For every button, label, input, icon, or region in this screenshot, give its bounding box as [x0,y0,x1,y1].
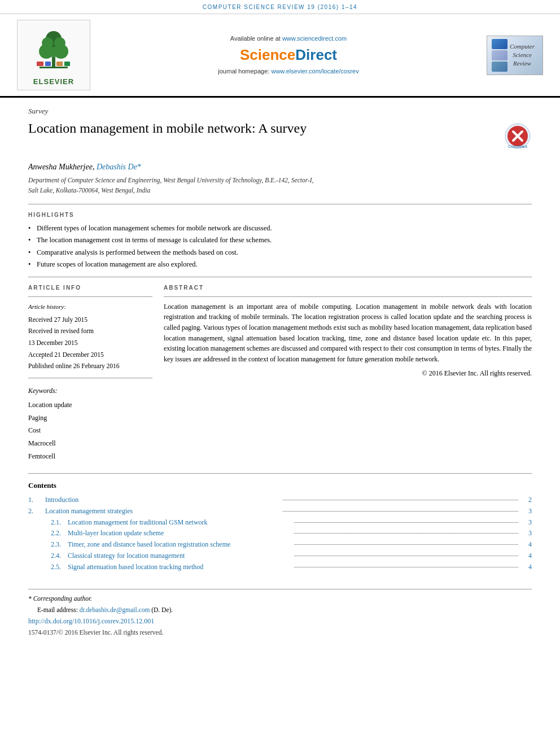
email-footnote: E-mail address: dr.debashis.de@gmail.com… [28,605,532,614]
copyright-note: © 2016 Elsevier Inc. All rights reserved… [164,369,532,378]
sciencedirect-logo: ScienceDirect [96,45,481,65]
authors: Anwesha Mukherjee, Debashis De* [28,161,532,173]
highlights-header: HIGHLIGHTS [28,211,532,219]
header-section: ELSEVIER Available online at www.science… [0,14,560,98]
toc-num: 2.2. [51,528,68,538]
toc-item: 2.3. Timer, zone and distance based loca… [28,540,532,549]
crossmark-badge[interactable]: CrossMark [504,122,532,155]
journal-homepage-link[interactable]: www.elsevier.com/locate/cosrev [271,68,358,75]
toc-page: 3 [520,528,532,538]
toc-item: 1. Introduction 2 [28,495,532,505]
doi-link[interactable]: http://dx.doi.org/10.1016/j.cosrev.2015.… [28,617,532,626]
toc-num: 2.4. [51,551,68,561]
toc-page: 2 [520,495,532,505]
abstract-text: Location management is an important area… [164,302,532,365]
svg-text:CrossMark: CrossMark [508,145,527,148]
list-item: Future scopes of location management are… [28,260,532,270]
toc-num: 2.5. [51,562,68,572]
svg-rect-8 [37,62,43,66]
highlights-list: Different types of location management s… [28,224,532,270]
toc-label[interactable]: Signal attenuation based location tracki… [68,562,292,572]
abstract-header: ABSTRACT [164,284,532,292]
two-column-section: ARTICLE INFO Article history: Received 2… [28,277,532,463]
elsevier-logo: ELSEVIER [17,20,90,90]
author-link[interactable]: Debashis De* [97,163,141,171]
toc-dots [294,556,518,556]
toc-item: 2.5. Signal attenuation based location t… [28,562,532,572]
article-info-column: ARTICLE INFO Article history: Received 2… [28,284,152,463]
toc-item: 2.2. Multi-layer location update scheme … [28,528,532,538]
toc-item: 2. Location management strategies 3 [28,506,532,516]
affiliation-line1: Department of Computer Science and Engin… [28,176,532,185]
article-history: Article history: Received 27 July 2015 R… [28,302,152,372]
toc-dots [283,511,518,512]
list-item: The location management cost in terms of… [28,235,532,246]
toc-label[interactable]: Introduction [45,495,281,505]
corresponding-label: * Corresponding author. [28,595,92,602]
svg-point-6 [42,37,53,49]
svg-rect-9 [45,62,51,66]
toc-item: 2.4. Classical strategy for location man… [28,551,532,561]
revised-label: Received in revised form [28,325,152,337]
revised-date: 13 December 2015 [28,337,152,349]
cs-review-box: ComputerScienceReview [487,36,543,75]
corresponding-author-note: * Corresponding author. [28,594,532,603]
article-title-text: Location management in mobile network: A… [28,120,495,137]
authors-text: Anwesha Mukherjee, Debashis De* [28,163,141,171]
toc-dots [294,567,518,567]
history-label: Article history: [28,302,152,313]
list-item: Macrocell [28,437,152,450]
toc-label[interactable]: Multi-layer location update scheme [68,528,292,538]
highlights-section: HIGHLIGHTS Different types of location m… [28,211,532,270]
toc-label[interactable]: Location management strategies [45,506,281,516]
journal-bar: COMPUTER SCIENCE REVIEW 19 (2016) 1–14 [0,0,560,14]
keywords-label: Keywords: [28,386,152,396]
list-item: Paging [28,412,152,425]
elsevier-tree-image: ELSEVIER [17,20,90,90]
toc-page: 4 [520,562,532,572]
toc-dots [294,544,518,545]
article-title-row: Location management in mobile network: A… [28,120,532,155]
affiliation-line2: Salt Lake, Kolkata-700064, West Bengal, … [28,186,532,195]
list-item: Different types of location management s… [28,224,532,234]
affiliation: Department of Computer Science and Engin… [28,176,532,195]
toc-label[interactable]: Classical strategy for location manageme… [68,551,292,561]
cs-review-logo: ComputerScienceReview [487,36,543,75]
main-content: Survey Location management in mobile net… [0,98,560,648]
toc-page: 4 [520,540,532,549]
svg-rect-1 [40,67,68,68]
journal-homepage: journal homepage: www.elsevier.com/locat… [96,67,481,76]
available-online-text: Available online at www.sciencedirect.co… [96,34,481,43]
toc-label[interactable]: Location management for traditional GSM … [68,518,292,527]
toc-label[interactable]: Timer, zone and distance based location … [68,540,292,549]
toc-dots [294,533,518,534]
article-info-header: ARTICLE INFO [28,284,152,292]
toc-num: 1. [28,495,45,505]
divider-1 [28,204,532,204]
svg-point-7 [54,37,65,49]
author-email-link[interactable]: dr.debashis.de@gmail.com [80,606,150,613]
svg-rect-0 [52,57,55,67]
toc-dots [294,522,518,523]
journal-bar-text: COMPUTER SCIENCE REVIEW 19 (2016) 1–14 [203,4,357,10]
abstract-column: ABSTRACT Location management is an impor… [164,284,532,463]
toc-item: 2.1. Location management for traditional… [28,518,532,527]
contents-title: Contents [28,480,532,491]
email-label-text: E-mail address: [28,606,78,613]
issn-text: 1574-0137/© 2016 Elsevier Inc. All right… [28,628,532,637]
toc-num: 2.3. [51,540,68,549]
keywords-list: Location update Paging Cost Macrocell Fe… [28,399,152,463]
sciencedirect-url-link[interactable]: www.sciencedirect.com [282,35,347,42]
footer-section: * Corresponding author. E-mail address: … [28,589,532,637]
accepted-date: Accepted 21 December 2015 [28,349,152,361]
list-item: Comparative analysis is performed betwee… [28,248,532,258]
toc-dots [283,500,518,500]
svg-rect-10 [56,62,63,66]
toc-page: 4 [520,551,532,561]
list-item: Femtocell [28,450,152,463]
toc-page: 3 [520,506,532,516]
article-type: Survey [28,106,532,116]
published-date: Published online 26 February 2016 [28,360,152,372]
svg-rect-11 [64,62,70,66]
toc-num: 2.1. [51,518,68,527]
